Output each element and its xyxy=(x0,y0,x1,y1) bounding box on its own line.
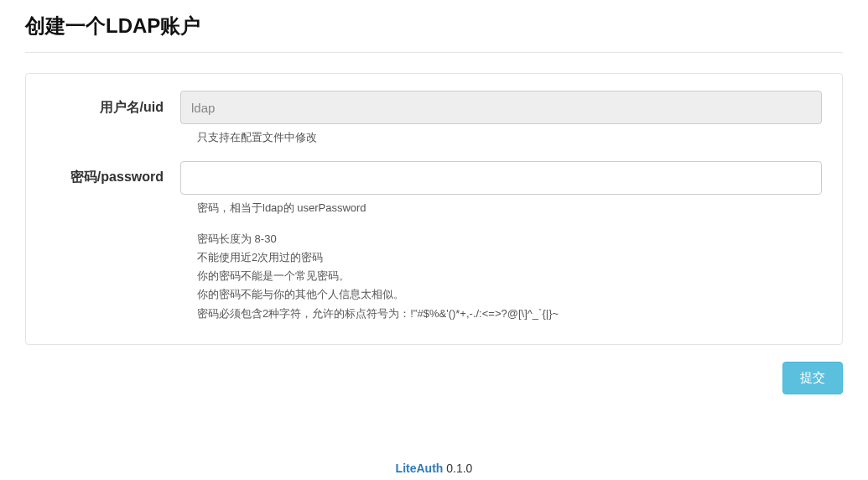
footer-brand-link[interactable]: LiteAuth xyxy=(396,462,444,475)
password-rule: 密码必须包含2种字符，允许的标点符号为：!"#$%&'()*+,-./:<=>?… xyxy=(197,305,822,322)
password-rules: 密码长度为 8-30 不能使用近2次用过的密码 你的密码不能是一个常见密码。 你… xyxy=(197,231,822,322)
page-title: 创建一个LDAP账户 xyxy=(25,0,843,52)
uid-input xyxy=(180,91,822,124)
uid-row: 用户名/uid xyxy=(46,91,822,124)
uid-label: 用户名/uid xyxy=(46,99,180,117)
uid-help: 只支持在配置文件中修改 xyxy=(197,129,822,146)
password-help: 密码，相当于ldap的 userPassword xyxy=(197,200,822,217)
password-rule: 密码长度为 8-30 xyxy=(197,231,822,248)
form-panel: 用户名/uid 只支持在配置文件中修改 密码/password 密码，相当于ld… xyxy=(25,73,843,345)
password-input[interactable] xyxy=(180,161,822,195)
submit-button[interactable]: 提交 xyxy=(782,362,843,394)
button-row: 提交 xyxy=(25,362,843,394)
divider xyxy=(25,52,843,53)
password-rule: 你的密码不能是一个常见密码。 xyxy=(197,268,822,284)
password-rule: 不能使用近2次用过的密码 xyxy=(197,249,822,266)
footer-version: 0.1.0 xyxy=(443,462,472,475)
password-row: 密码/password xyxy=(46,161,822,195)
password-rule: 你的密码不能与你的其他个人信息太相似。 xyxy=(197,286,822,303)
footer: LiteAuth 0.1.0 xyxy=(25,394,843,480)
password-label: 密码/password xyxy=(46,169,180,186)
